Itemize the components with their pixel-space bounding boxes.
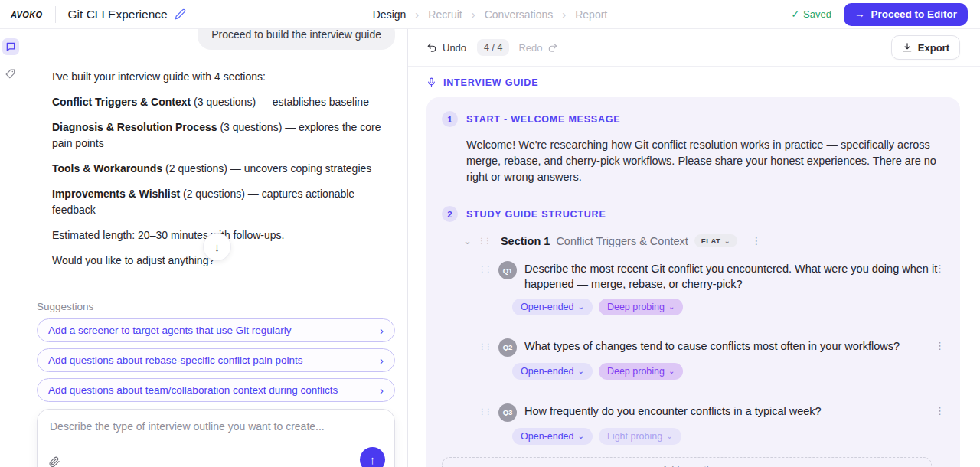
guide-section-summary: Diagnosis & Resolution Process (3 questi…: [52, 119, 395, 152]
section-number-badge: 1: [442, 111, 458, 127]
probing-level-dropdown[interactable]: Light probing ⌄: [599, 428, 681, 445]
question-text[interactable]: What types of changes tend to cause conf…: [524, 338, 900, 354]
project-title: Git CLI Experience: [68, 8, 168, 21]
editor-panel: Undo 4 / 4 Redo Export INTERVIEW GUIDE 1…: [408, 29, 980, 467]
check-icon: ✓: [791, 8, 799, 20]
question-item-q1: ⋮⋮ Q1 Describe the most recent Git confl…: [479, 261, 945, 315]
breadcrumb-report[interactable]: Report: [575, 8, 607, 21]
question-item-q2: ⋮⋮ Q2 What types of changes tend to caus…: [479, 338, 945, 380]
question-text[interactable]: How frequently do you encounter conflict…: [524, 403, 822, 419]
chevron-down-icon: ⌄: [724, 237, 730, 245]
chevron-down-icon: ⌄: [578, 432, 584, 440]
chevron-right-icon: ›: [380, 324, 384, 337]
chat-bubble-icon: [5, 41, 16, 52]
section-1-row: ⌄ ⋮⋮ Section 1 Conflict Triggers & Conte…: [463, 234, 945, 247]
breadcrumb-chevron-icon: ›: [472, 8, 475, 21]
add-question-button[interactable]: + Add question: [442, 457, 932, 467]
suggestions-label: Suggestions: [37, 301, 395, 312]
question-menu-button[interactable]: ⋮: [935, 340, 945, 351]
proceed-to-editor-button[interactable]: → Proceed to Editor: [844, 3, 968, 26]
top-header: AVOKO Git CLI Experience Design › Recrui…: [0, 0, 980, 29]
scroll-to-bottom-button[interactable]: ↓: [203, 233, 231, 261]
question-badge: Q1: [498, 261, 517, 279]
breadcrumb-design[interactable]: Design: [373, 8, 407, 21]
undo-icon: [426, 42, 437, 53]
header-divider: [55, 6, 56, 23]
proceed-label: Proceed to Editor: [871, 8, 957, 20]
saved-status: ✓ Saved: [791, 8, 831, 20]
drag-handle-icon[interactable]: ⋮⋮: [479, 342, 491, 351]
chevron-right-icon: ›: [380, 384, 384, 397]
suggestion-screener[interactable]: Add a screener to target agents that use…: [37, 318, 395, 342]
breadcrumb-chevron-icon: ›: [562, 8, 566, 21]
chevron-down-icon: ⌄: [578, 302, 584, 311]
welcome-message-text: Welcome! We're researching how Git confl…: [466, 137, 941, 185]
drag-handle-icon[interactable]: ⋮⋮: [478, 237, 490, 245]
editor-toolbar: Undo 4 / 4 Redo Export: [408, 29, 980, 67]
chevron-down-icon: ⌄: [578, 367, 584, 375]
export-button[interactable]: Export: [891, 35, 960, 60]
drag-handle-icon[interactable]: ⋮⋮: [479, 407, 491, 416]
arrow-right-icon: →: [854, 8, 865, 20]
question-menu-button[interactable]: ⋮: [935, 263, 945, 274]
drag-handle-icon[interactable]: ⋮⋮: [479, 265, 491, 273]
answer-type-dropdown[interactable]: Open-ended ⌄: [512, 428, 593, 445]
breadcrumb-chevron-icon: ›: [415, 8, 419, 21]
suggestion-rebase[interactable]: Add questions about rebase-specific conf…: [37, 348, 395, 372]
welcome-section-header: 1 START - WELCOME MESSAGE: [442, 111, 945, 127]
avoko-logo: AVOKO: [11, 10, 43, 19]
tag-icon: [5, 69, 16, 80]
answer-type-dropdown[interactable]: Open-ended ⌄: [512, 299, 593, 315]
left-icon-rail: [0, 29, 21, 467]
download-icon: [902, 42, 913, 53]
chat-panel-button[interactable]: [2, 38, 19, 55]
chevron-down-icon: ⌄: [666, 432, 672, 440]
suggestions-list: Add a screener to target agents that use…: [37, 318, 395, 402]
chevron-right-icon: ›: [380, 354, 384, 367]
tags-panel-button[interactable]: [2, 66, 19, 83]
breadcrumb-recruit[interactable]: Recruit: [428, 8, 462, 21]
structure-section-header: 2 STUDY GUIDE STRUCTURE: [442, 206, 945, 222]
redo-button[interactable]: Redo: [518, 42, 558, 54]
arrow-up-icon: ↑: [370, 453, 376, 466]
edit-title-icon[interactable]: [175, 8, 186, 20]
chat-panel: Proceed to build the interview guide I'v…: [21, 29, 408, 467]
interview-guide-header: INTERVIEW GUIDE: [426, 77, 960, 88]
answer-type-dropdown[interactable]: Open-ended ⌄: [512, 363, 593, 380]
assistant-intro: I've built your interview guide with 4 s…: [52, 69, 395, 85]
user-message-bubble: Proceed to build the interview guide: [198, 29, 395, 50]
composer-input[interactable]: [50, 420, 382, 466]
undo-button[interactable]: Undo: [426, 42, 466, 54]
paperclip-icon: [48, 456, 60, 467]
guide-scroll-area[interactable]: INTERVIEW GUIDE 1 START - WELCOME MESSAG…: [408, 67, 980, 467]
section-mode-dropdown[interactable]: FLAT ⌄: [694, 234, 737, 247]
send-message-button[interactable]: ↑: [360, 447, 385, 467]
question-badge: Q2: [498, 338, 517, 357]
probing-level-dropdown[interactable]: Deep probing ⌄: [599, 299, 683, 315]
microphone-icon: [426, 77, 436, 88]
guide-section-summary: Tools & Workarounds (2 questions) — unco…: [52, 161, 395, 177]
question-menu-button[interactable]: ⋮: [935, 405, 945, 416]
probing-level-dropdown[interactable]: Deep probing ⌄: [599, 363, 683, 380]
breadcrumb-conversations[interactable]: Conversations: [485, 8, 554, 21]
undo-counter: 4 / 4: [477, 39, 509, 56]
guide-section-summary: Improvements & Wishlist (2 questions) — …: [52, 186, 395, 218]
question-item-q3: ⋮⋮ Q3 How frequently do you encounter co…: [479, 403, 945, 445]
message-composer: ↑: [37, 409, 395, 467]
attach-file-button[interactable]: [48, 456, 60, 467]
interview-guide-card: 1 START - WELCOME MESSAGE Welcome! We're…: [426, 97, 960, 467]
redo-icon: [547, 42, 558, 53]
question-text[interactable]: Describe the most recent Git conflict yo…: [524, 261, 945, 292]
collapse-section-icon[interactable]: ⌄: [463, 235, 472, 247]
section-menu-button[interactable]: ⋮: [748, 235, 764, 247]
chevron-down-icon: ⌄: [668, 367, 675, 375]
arrow-down-icon: ↓: [214, 240, 220, 253]
saved-label: Saved: [803, 8, 831, 20]
question-badge: Q3: [498, 403, 517, 422]
breadcrumb: Design › Recruit › Conversations › Repor…: [373, 8, 607, 21]
suggestion-team-context[interactable]: Add questions about team/collaboration c…: [37, 378, 395, 402]
section-number-badge: 2: [442, 206, 458, 222]
guide-section-summary: Conflict Triggers & Context (3 questions…: [52, 94, 395, 110]
chevron-down-icon: ⌄: [668, 302, 675, 311]
